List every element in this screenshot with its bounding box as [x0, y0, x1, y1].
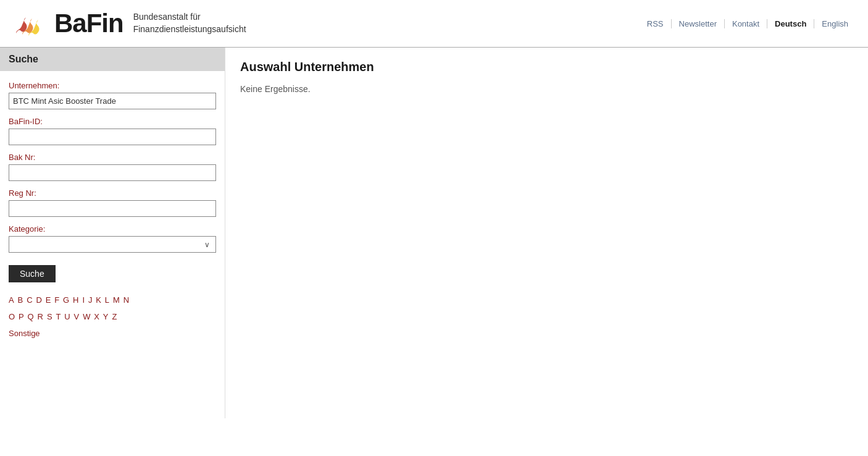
- reg-nr-group: Reg Nr:: [9, 188, 216, 217]
- sidebar: Suche Unternehmen: BaFin-ID: Bak Nr: Reg…: [0, 48, 225, 418]
- alpha-link-q[interactable]: Q: [28, 312, 34, 321]
- kategorie-label: Kategorie:: [9, 224, 216, 234]
- alpha-link-u[interactable]: U: [64, 312, 70, 321]
- alpha-row-1: A B C D E F G H I J K L M N: [9, 292, 216, 308]
- bafin-id-label: BaFin-ID:: [9, 117, 216, 126]
- alpha-link-z[interactable]: Z: [112, 312, 117, 321]
- main-content: Auswahl Unternehmen Keine Ergebnisse.: [225, 48, 868, 418]
- alpha-link-e[interactable]: E: [46, 295, 51, 305]
- alpha-link-d[interactable]: D: [36, 295, 41, 305]
- alpha-link-i[interactable]: I: [82, 295, 85, 305]
- english-link[interactable]: English: [814, 19, 856, 28]
- no-results-text: Keine Ergebnisse.: [240, 84, 853, 94]
- alpha-link-l[interactable]: L: [105, 295, 109, 305]
- unternehmen-group: Unternehmen:: [9, 81, 216, 109]
- alpha-link-o[interactable]: O: [9, 312, 15, 321]
- alpha-link-a[interactable]: A: [9, 295, 14, 305]
- alpha-link-w[interactable]: W: [83, 312, 90, 321]
- alpha-link-p[interactable]: P: [19, 312, 24, 321]
- unternehmen-input[interactable]: [9, 93, 216, 109]
- bak-nr-group: Bak Nr:: [9, 153, 216, 181]
- main-layout: Suche Unternehmen: BaFin-ID: Bak Nr: Reg…: [0, 48, 868, 418]
- alpha-link-g[interactable]: G: [63, 295, 69, 305]
- kontakt-link[interactable]: Kontakt: [725, 19, 767, 28]
- logo-area: BaFin Bundesanstalt für Finanzdienstleis…: [12, 7, 246, 40]
- alpha-link-r[interactable]: R: [38, 312, 43, 321]
- deutsch-link[interactable]: Deutsch: [767, 19, 814, 28]
- reg-nr-input[interactable]: [9, 200, 216, 217]
- kategorie-select[interactable]: [9, 236, 216, 253]
- page-header: BaFin Bundesanstalt für Finanzdienstleis…: [0, 0, 868, 47]
- unternehmen-label: Unternehmen:: [9, 81, 216, 90]
- alpha-link-x[interactable]: X: [94, 312, 99, 321]
- alpha-link-c[interactable]: C: [27, 295, 32, 305]
- alpha-link-k[interactable]: K: [96, 295, 101, 305]
- alpha-link-n[interactable]: N: [123, 295, 129, 305]
- alpha-link-m[interactable]: M: [113, 295, 120, 305]
- bafin-subtitle: Bundesanstalt für Finanzdienstleistungsa…: [133, 11, 246, 35]
- rss-link[interactable]: RSS: [640, 19, 672, 28]
- kategorie-select-wrapper: [9, 236, 216, 253]
- search-button[interactable]: Suche: [9, 265, 56, 282]
- alpha-link-s[interactable]: S: [47, 312, 52, 321]
- bak-nr-input[interactable]: [9, 164, 216, 181]
- content-title: Auswahl Unternehmen: [240, 60, 853, 74]
- bafin-wordmark: BaFin: [54, 11, 123, 36]
- alpha-link-v[interactable]: V: [74, 312, 80, 321]
- kategorie-group: Kategorie:: [9, 224, 216, 253]
- bafin-id-group: BaFin-ID:: [9, 117, 216, 145]
- alpha-links: A B C D E F G H I J K L M N O P Q R S: [0, 292, 225, 342]
- alpha-link-y[interactable]: Y: [103, 312, 109, 321]
- reg-nr-label: Reg Nr:: [9, 188, 216, 198]
- alpha-row-sonstige: Sonstige: [9, 326, 216, 341]
- bak-nr-label: Bak Nr:: [9, 153, 216, 162]
- bafin-id-input[interactable]: [9, 129, 216, 145]
- alpha-link-j[interactable]: J: [88, 295, 93, 305]
- newsletter-link[interactable]: Newsletter: [672, 19, 725, 28]
- alpha-link-t[interactable]: T: [56, 312, 61, 321]
- alpha-link-sonstige[interactable]: Sonstige: [9, 329, 40, 338]
- alpha-link-h[interactable]: H: [73, 295, 78, 305]
- sidebar-title: Suche: [0, 48, 225, 71]
- alpha-row-2: O P Q R S T U V W X Y Z: [9, 309, 216, 324]
- search-form: Unternehmen: BaFin-ID: Bak Nr: Reg Nr: K…: [0, 81, 225, 292]
- bafin-logo-icon: [12, 7, 44, 40]
- alpha-link-b[interactable]: B: [18, 295, 23, 305]
- alpha-link-f[interactable]: F: [54, 295, 59, 305]
- top-nav: RSS Newsletter Kontakt Deutsch English: [640, 19, 856, 28]
